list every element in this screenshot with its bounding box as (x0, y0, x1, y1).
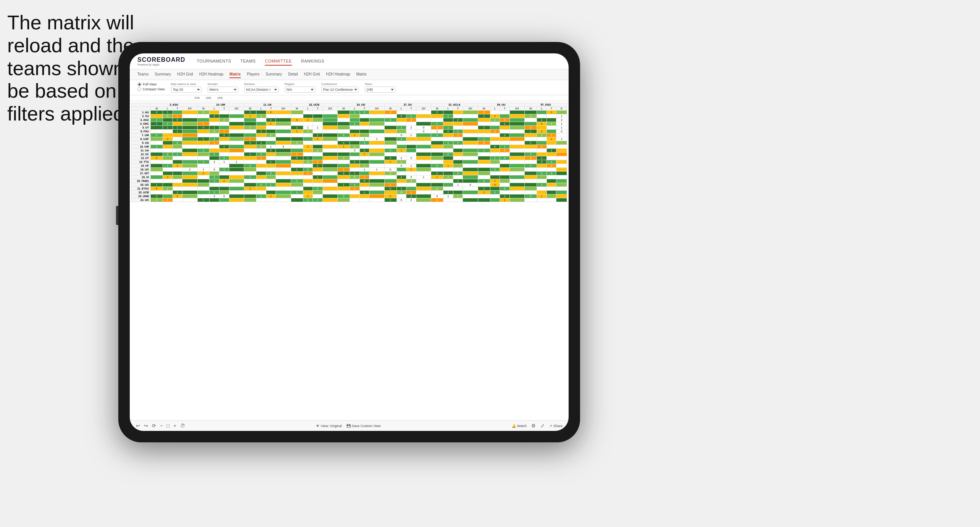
matrix-cell (229, 175, 244, 179)
matrix-cell (182, 133, 197, 137)
matrix-cell (406, 153, 416, 156)
filter-gender-select[interactable]: Men's Women's (208, 87, 238, 93)
matrix-cell: 2 (151, 194, 163, 198)
matrix-cell: 2 (163, 122, 172, 126)
subtab-players-summary[interactable]: Summary (266, 71, 282, 78)
matrix-cell (443, 156, 453, 160)
matrix-cell: 1 (244, 114, 256, 118)
zoom-fit-button[interactable]: □ (167, 423, 170, 429)
matrix-content[interactable]: 3. ASU 10. UW 11. UA 22. UCB 24. UO 27. … (130, 101, 569, 420)
matrix-cell (525, 133, 537, 137)
toolbar-right: 🔔 Watch ⚙ ⤢ ↗ Share (512, 423, 563, 429)
zoom-in-button[interactable]: + (173, 423, 176, 429)
filter-max-teams-select[interactable]: Top 25 Top 10 Top 50 (171, 87, 201, 93)
matrix-cell (322, 187, 337, 191)
matrix-cell: 2 (453, 194, 463, 198)
share-button[interactable]: ↗ Share (549, 424, 563, 428)
matrix-cell: 3 (276, 145, 291, 149)
row-header-18.UI: 18. UI (132, 175, 151, 179)
matrix-cell: 2 (210, 137, 219, 141)
matrix-cell (369, 183, 384, 187)
matrix-cell (500, 164, 510, 168)
subtab-h2h-heatmap[interactable]: H2H Heatmap (199, 71, 223, 78)
matrix-cell (478, 145, 490, 149)
matrix-cell (266, 198, 276, 202)
matrix-cell: 2 (397, 156, 406, 160)
matrix-cell (229, 133, 244, 137)
subtab-detail[interactable]: Detail (288, 71, 298, 78)
matrix-cell (256, 164, 266, 168)
radio-compact-view[interactable]: Compact View (137, 87, 165, 91)
expand-button[interactable]: ⤢ (540, 423, 545, 429)
matrix-cell (443, 122, 453, 126)
table-row: 18. UI22110120112 (132, 175, 567, 179)
table-row: 24. UO1210110211 (132, 198, 567, 202)
asu-t: T (172, 107, 182, 111)
matrix-cell: 1 (163, 126, 172, 130)
matrix-cell (463, 114, 478, 118)
matrix-cell (416, 137, 431, 141)
matrix-cell: 1 (431, 130, 443, 133)
nav-tournaments[interactable]: TOURNAMENTS (197, 57, 231, 66)
matrix-cell (463, 194, 478, 198)
table-row: 5. UT1201221112001221 (132, 126, 567, 130)
matrix-cell (210, 187, 219, 191)
ucb-dif: Dif (322, 107, 337, 111)
matrix-cell (509, 183, 524, 187)
matrix-cell (266, 191, 276, 194)
matrix-cell: 1 (443, 194, 453, 198)
matrix-cell (397, 145, 406, 149)
matrix-cell (182, 141, 197, 145)
subtab-summary[interactable]: Summary (155, 71, 171, 78)
subtab-players[interactable]: Players (247, 71, 260, 78)
matrix-cell: 0 (256, 183, 266, 187)
nav-committee[interactable]: COMMITTEE (265, 57, 292, 66)
subtab-players-h2h-grid[interactable]: H2H Grid (304, 71, 320, 78)
matrix-cell: 2 (163, 137, 172, 141)
matrix-cell (369, 156, 384, 160)
filter-conference-select[interactable]: Pac-12 Conference (All) ACC Big Ten (321, 87, 359, 93)
subtab-h2h-grid[interactable]: H2H Grid (177, 71, 193, 78)
matrix-cell (453, 156, 463, 160)
matrix-cell (546, 187, 556, 191)
matrix-cell (525, 160, 537, 164)
matrix-cell: 2 (500, 133, 510, 137)
matrix-cell (525, 183, 537, 187)
matrix-cell (556, 133, 567, 137)
subtab-players-matrix[interactable]: Matrix (356, 71, 367, 78)
matrix-cell (266, 179, 276, 183)
timer-icon[interactable]: ⏱ (180, 423, 185, 429)
ucb-t: T (313, 107, 323, 111)
undo-button[interactable]: ↩ (136, 423, 140, 429)
osu-d: D (556, 107, 567, 111)
matrix-cell (443, 198, 453, 202)
zoom-out-button[interactable]: − (160, 423, 163, 429)
matrix-cell: 2 (219, 179, 229, 183)
filter-division-select[interactable]: NCAA Division I NCAA Division II NCAA Di… (244, 87, 279, 93)
matrix-cell (478, 175, 490, 179)
subtab-matrix[interactable]: Matrix (229, 71, 240, 78)
nav-rankings[interactable]: RANKINGS (301, 57, 324, 66)
subtab-players-h2h-heatmap[interactable]: H2H Heatmap (326, 71, 350, 78)
matrix-cell (359, 198, 369, 202)
view-original-button[interactable]: 👁 View: Original (316, 424, 342, 428)
nav-teams[interactable]: TEAMS (240, 57, 256, 66)
matrix-cell: 2 (397, 160, 406, 164)
matrix-cell (219, 183, 229, 187)
filter-region-select[interactable]: N/A (All) (285, 87, 315, 93)
matrix-cell (322, 172, 337, 175)
matrix-cell: 1 (556, 122, 567, 126)
save-custom-button[interactable]: 💾 Save Custom View (347, 424, 381, 428)
watch-button[interactable]: 🔔 Watch (512, 424, 527, 428)
redo-button[interactable]: ↪ (144, 423, 148, 429)
row-header-3.ASU: 3. ASU (132, 118, 151, 122)
matrix-cell (172, 111, 182, 114)
matrix-cell: 0 (244, 141, 256, 145)
matrix-cell: 2 (303, 168, 313, 172)
subtab-teams[interactable]: Teams (137, 71, 148, 78)
matrix-cell (416, 172, 431, 175)
settings-button[interactable]: ⚙ (531, 423, 536, 429)
radio-full-view[interactable]: Full View (137, 82, 165, 86)
filter-team-select[interactable]: (All) (365, 87, 395, 93)
reset-button[interactable]: ⟳ (152, 423, 156, 429)
